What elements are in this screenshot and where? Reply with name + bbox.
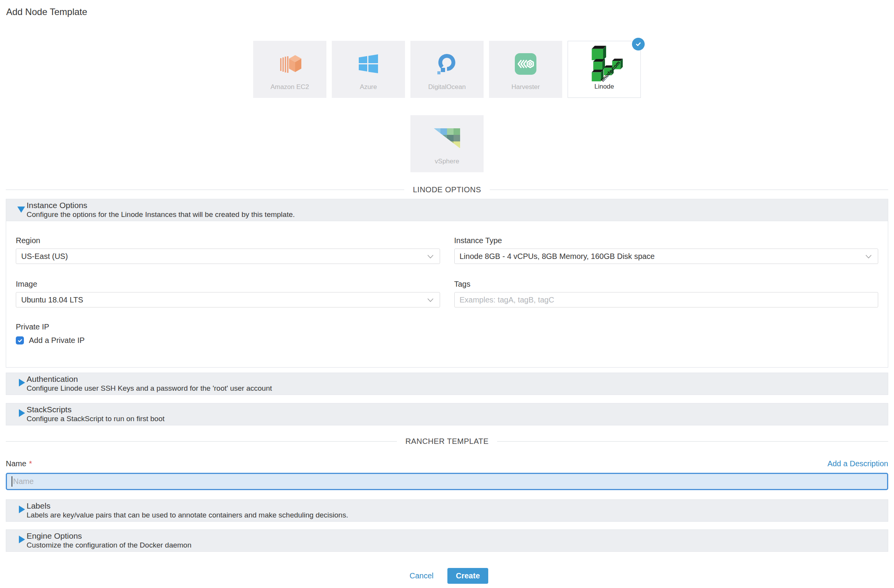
instance-type-select[interactable]: Linode 8GB - 4 vCPUs, 8GB Memory, 160GB …: [454, 249, 879, 264]
section-header-engine-options[interactable]: Engine Options Customize the configurati…: [6, 529, 888, 552]
rancher-template-divider: RANCHER TEMPLATE: [6, 437, 888, 446]
image-select[interactable]: Ubuntu 18.04 LTS: [16, 292, 440, 307]
image-label: Image: [16, 279, 440, 289]
provider-card-label: DigitalOcean: [410, 83, 484, 91]
instance-options-panel: Region US-East (US) Instance Type Linode…: [6, 221, 888, 368]
instance-type-label: Instance Type: [454, 236, 879, 245]
create-button[interactable]: Create: [447, 568, 488, 584]
region-select[interactable]: US-East (US): [16, 249, 440, 264]
text-caret: [12, 476, 12, 487]
provider-card-vsphere[interactable]: vSphere: [410, 115, 484, 172]
instance-type-value: Linode 8GB - 4 vCPUs, 8GB Memory, 160GB …: [460, 252, 655, 261]
private-ip-label: Private IP: [16, 322, 878, 331]
section-subtitle: Configure a StackScript to run on first …: [27, 415, 888, 423]
section-title: StackScripts: [27, 405, 888, 414]
divider-line: [6, 190, 404, 190]
instance-type-field: Instance Type Linode 8GB - 4 vCPUs, 8GB …: [454, 236, 879, 264]
amazon-ec2-icon: [277, 45, 302, 82]
section-header-instance-options[interactable]: Instance Options Configure the options f…: [6, 199, 888, 221]
private-ip-checkbox[interactable]: [16, 336, 24, 344]
section-header-labels[interactable]: Labels Labels are key/value pairs that c…: [6, 499, 888, 522]
section-title: Authentication: [27, 375, 888, 383]
section-title: Instance Options: [27, 201, 888, 210]
triangle-right-icon: [19, 506, 25, 513]
divider-line: [490, 190, 888, 190]
region-value: US-East (US): [21, 252, 68, 261]
add-description-link[interactable]: Add a Description: [827, 459, 888, 468]
provider-card-label: Linode: [568, 83, 640, 91]
required-asterisk: *: [29, 459, 32, 468]
section-subtitle: Customize the configuration of the Docke…: [27, 541, 888, 549]
section-header-stackscripts[interactable]: StackScripts Configure a StackScript to …: [6, 403, 888, 425]
name-input[interactable]: [6, 473, 888, 490]
chevron-down-icon: [427, 298, 434, 302]
provider-cards-row-2: vSphere: [0, 115, 894, 172]
tags-field: Tags: [454, 279, 879, 307]
cancel-button[interactable]: Cancel: [406, 568, 437, 583]
triangle-right-icon: [19, 379, 25, 386]
triangle-right-icon: [19, 536, 25, 543]
tags-label: Tags: [454, 279, 879, 289]
image-value: Ubuntu 18.04 LTS: [21, 296, 83, 304]
triangle-down-icon: [17, 207, 25, 213]
azure-icon: [356, 45, 381, 82]
provider-card-label: Azure: [332, 83, 405, 91]
provider-card-azure[interactable]: Azure: [332, 41, 405, 98]
harvester-icon: [513, 45, 538, 82]
private-ip-group: Private IP Add a Private IP: [16, 322, 878, 345]
name-row: Name* Add a Description: [6, 459, 888, 468]
linode-options-divider: LINODE OPTIONS: [6, 185, 888, 194]
selected-check-badge: [632, 38, 645, 50]
section-subtitle: Labels are key/value pairs that can be u…: [27, 511, 888, 519]
provider-card-label: Harvester: [489, 83, 562, 91]
name-label: Name: [6, 459, 26, 468]
provider-cards-row: Amazon EC2 Azure DigitalOcean: [0, 41, 894, 98]
provider-card-digitalocean[interactable]: DigitalOcean: [410, 41, 484, 98]
section-subtitle: Configure the options for the Linode Ins…: [27, 210, 888, 218]
provider-card-amazon-ec2[interactable]: Amazon EC2: [253, 41, 326, 98]
provider-card-harvester[interactable]: Harvester: [489, 41, 562, 98]
provider-card-label: vSphere: [410, 158, 484, 165]
vsphere-icon: [432, 120, 462, 157]
region-field: Region US-East (US): [16, 236, 440, 264]
divider-label: LINODE OPTIONS: [404, 185, 489, 194]
name-input-wrap: [6, 473, 888, 490]
divider-label: RANCHER TEMPLATE: [397, 437, 497, 446]
section-title: Labels: [27, 501, 888, 510]
divider-line: [6, 441, 397, 442]
provider-card-label: Amazon EC2: [253, 83, 326, 91]
linode-icon: linode.com: [583, 42, 625, 84]
divider-line: [497, 441, 888, 442]
private-ip-checkbox-row[interactable]: Add a Private IP: [16, 336, 878, 345]
section-title: Engine Options: [27, 531, 888, 540]
section-header-authentication[interactable]: Authentication Configure Linode user SSH…: [6, 373, 888, 395]
triangle-right-icon: [19, 409, 25, 417]
digitalocean-icon: [434, 45, 460, 82]
page-title: Add Node Template: [0, 0, 894, 18]
private-ip-checkbox-label: Add a Private IP: [29, 336, 85, 345]
footer-actions: Cancel Create: [0, 568, 894, 584]
tags-input[interactable]: [454, 292, 879, 307]
region-label: Region: [16, 236, 440, 245]
chevron-down-icon: [427, 255, 434, 259]
chevron-down-icon: [865, 255, 872, 259]
section-subtitle: Configure Linode user SSH Keys and a pas…: [27, 384, 888, 392]
image-field: Image Ubuntu 18.04 LTS: [16, 279, 440, 307]
provider-card-linode[interactable]: linode.com Linode: [568, 41, 641, 98]
